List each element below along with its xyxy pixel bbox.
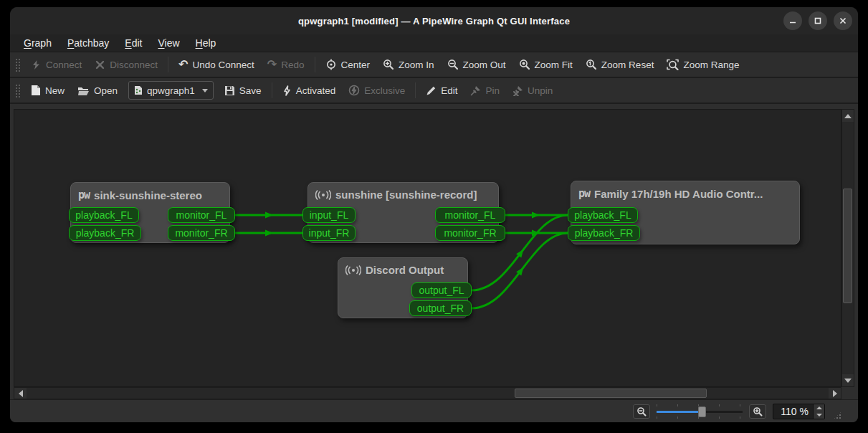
- statusbar-zoom-out-button[interactable]: [633, 404, 650, 419]
- menu-patchbay[interactable]: Patchbay: [59, 36, 117, 50]
- node-title: sink-sunshine-stereo: [94, 189, 202, 201]
- pin-button[interactable]: Pin: [464, 80, 506, 100]
- graph-canvas[interactable]: pw sink-sunshine-stereo playback_FL play…: [14, 109, 841, 387]
- port-input-playback-fr[interactable]: playback_FR: [568, 225, 640, 241]
- scroll-left-button[interactable]: [14, 388, 27, 399]
- menubar: Graph Patchbay Edit View Help: [10, 34, 858, 52]
- close-button[interactable]: [834, 11, 852, 30]
- port-input-playback-fl[interactable]: playback_FL: [69, 207, 139, 223]
- menu-graph[interactable]: Graph: [16, 36, 59, 50]
- zoom-in-icon: [383, 59, 394, 70]
- vertical-scrollbar[interactable]: [841, 109, 854, 387]
- close-icon: [839, 16, 847, 25]
- port-output-monitor-fr[interactable]: monitor_FR: [168, 225, 235, 241]
- maximize-icon: [814, 16, 822, 25]
- arrow-left-icon: [19, 390, 23, 397]
- wire-arrowhead: [516, 265, 526, 275]
- scroll-up-button[interactable]: [842, 110, 854, 122]
- arrow-down-icon: [816, 414, 822, 417]
- disconnect-x-icon: [95, 60, 105, 70]
- minimize-button[interactable]: [783, 11, 802, 30]
- patchbay-select-value: qpwgraph1: [147, 85, 195, 96]
- open-button[interactable]: Open: [71, 80, 124, 100]
- wire-arrowhead: [532, 230, 540, 237]
- spin-up-button[interactable]: [814, 404, 824, 411]
- zoom-reset-icon: [586, 59, 597, 70]
- toolbar-separator: [415, 82, 416, 98]
- scroll-down-button[interactable]: [842, 374, 854, 386]
- arrow-up-icon: [844, 114, 852, 118]
- zoom-slider[interactable]: [657, 405, 743, 418]
- port-input-playback-fl[interactable]: playback_FL: [568, 207, 638, 223]
- port-input-playback-fr[interactable]: playback_FR: [69, 225, 141, 241]
- zoom-slider-handle[interactable]: [698, 406, 706, 417]
- undo-connect-button[interactable]: ↶ Undo Connect: [172, 54, 261, 75]
- patchbay-toolbar: New Open qpwgraph1 Save: [10, 78, 858, 104]
- port-output-monitor-fr[interactable]: monitor_FR: [435, 225, 505, 241]
- save-button[interactable]: Save: [218, 80, 268, 100]
- arrow-down-icon: [844, 379, 852, 383]
- horizontal-scrollbar-thumb[interactable]: [515, 389, 707, 398]
- port-output-monitor-fl[interactable]: monitor_FL: [168, 207, 235, 223]
- menu-edit[interactable]: Edit: [117, 36, 150, 50]
- activated-button[interactable]: Activated: [276, 80, 343, 100]
- statusbar-zoom-in-button[interactable]: [749, 404, 766, 419]
- patchbay-file-icon: [134, 85, 143, 95]
- statusbar: 110 %: [10, 399, 858, 422]
- center-button[interactable]: Center: [319, 54, 377, 75]
- zoom-fit-button[interactable]: Zoom Fit: [512, 54, 579, 75]
- disconnect-button[interactable]: Disconnect: [88, 54, 164, 75]
- node-title: Discord Output: [366, 264, 444, 276]
- port-output-output-fl[interactable]: output_FL: [411, 282, 472, 298]
- redo-button[interactable]: ↷ Redo: [261, 54, 311, 75]
- arrow-right-icon: [833, 390, 837, 397]
- open-folder-icon: [77, 85, 90, 96]
- toolbar-drag-handle[interactable]: [15, 83, 20, 97]
- window-resize-grip[interactable]: [833, 411, 842, 420]
- pin-icon: [470, 85, 481, 96]
- port-output-output-fr[interactable]: output_FR: [409, 300, 472, 316]
- exclusive-bolt-icon: [348, 85, 360, 96]
- new-file-icon: [31, 85, 41, 96]
- menu-help[interactable]: Help: [188, 36, 224, 50]
- undo-icon: ↶: [178, 59, 188, 70]
- minimize-icon: [788, 16, 797, 25]
- connect-button[interactable]: Connect: [24, 54, 88, 75]
- zoom-in-button[interactable]: Zoom In: [376, 54, 441, 75]
- node-title: sunshine [sunshine-record]: [335, 189, 477, 201]
- unpin-icon: [512, 85, 523, 96]
- zoom-reset-button[interactable]: Zoom Reset: [579, 54, 661, 75]
- toolbar-separator: [168, 57, 168, 72]
- port-input-input-fr[interactable]: input_FR: [302, 225, 356, 241]
- zoom-fit-icon: [519, 59, 530, 70]
- toolbar-drag-handle[interactable]: [15, 57, 20, 72]
- scroll-right-button[interactable]: [829, 388, 841, 399]
- pipewire-icon: pw: [578, 187, 590, 200]
- app-window: qpwgraph1 [modified] — A PipeWire Graph …: [10, 7, 858, 422]
- save-floppy-icon: [224, 85, 235, 96]
- wire-arrowhead: [516, 247, 526, 257]
- zoom-range-icon: [667, 59, 679, 70]
- menu-view[interactable]: View: [150, 36, 187, 50]
- wire-arrowhead: [532, 212, 540, 219]
- edit-button[interactable]: Edit: [419, 80, 464, 100]
- exclusive-button[interactable]: Exclusive: [342, 80, 411, 100]
- zoom-percent-spinbox[interactable]: 110 %: [773, 404, 825, 419]
- maximize-button[interactable]: [809, 11, 827, 30]
- unpin-button[interactable]: Unpin: [506, 80, 559, 100]
- patchbay-select[interactable]: qpwgraph1: [128, 81, 214, 100]
- port-output-monitor-fl[interactable]: monitor_FL: [435, 207, 505, 223]
- zoom-out-button[interactable]: Zoom Out: [441, 54, 512, 75]
- redo-icon: ↷: [267, 59, 277, 70]
- spin-down-button[interactable]: [814, 411, 824, 419]
- new-button[interactable]: New: [24, 80, 71, 100]
- zoom-range-button[interactable]: Zoom Range: [660, 54, 745, 75]
- titlebar[interactable]: qpwgraph1 [modified] — A PipeWire Graph …: [10, 7, 858, 34]
- vertical-scrollbar-thumb[interactable]: [843, 189, 852, 303]
- horizontal-scrollbar[interactable]: [14, 387, 841, 399]
- wire-arrowhead: [265, 230, 273, 237]
- graph-toolbar: Connect Disconnect ↶ Undo Connect ↷ Redo…: [10, 52, 858, 78]
- port-input-input-fl[interactable]: input_FL: [302, 207, 356, 223]
- zoom-out-icon: [447, 59, 459, 70]
- connect-bolt-icon: [31, 60, 42, 70]
